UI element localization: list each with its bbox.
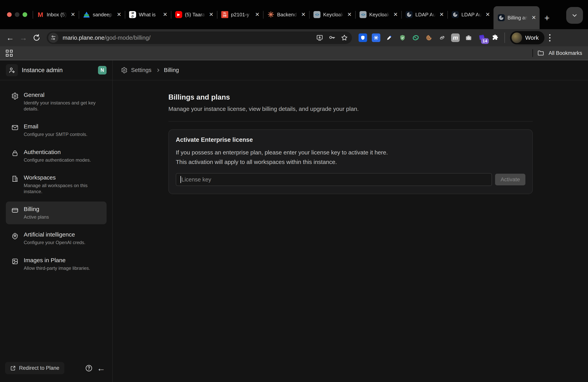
sidebar-item-general[interactable]: General Identify your instances and get … bbox=[6, 87, 106, 116]
sidebar-footer: Redirect to Plane ← bbox=[0, 362, 112, 382]
tab-taara[interactable]: ▶ (5) Taara ✕ bbox=[171, 0, 217, 29]
forward-button[interactable]: → bbox=[18, 32, 29, 43]
sidebar-item-images-in-plane[interactable]: Images in Plane Allow third-party image … bbox=[6, 253, 106, 276]
tab-inbox[interactable]: M Inbox (5) ✕ bbox=[33, 0, 79, 29]
profile-button[interactable]: Work bbox=[510, 31, 545, 44]
keycloak-icon: <> bbox=[314, 11, 320, 18]
close-tab-icon[interactable]: ✕ bbox=[485, 11, 491, 18]
main-content: Settings Billing Billings and plans Mana… bbox=[113, 60, 588, 382]
back-button[interactable]: ← bbox=[4, 32, 16, 43]
vldb-icon: VLDB bbox=[221, 11, 228, 18]
bookmark-star-icon[interactable] bbox=[341, 34, 348, 42]
tab-backend[interactable]: ✳ Backend ✕ bbox=[263, 0, 309, 29]
close-tab-icon[interactable]: ✕ bbox=[162, 11, 168, 18]
ext-cookie-icon[interactable] bbox=[425, 33, 433, 42]
plane-icon bbox=[498, 14, 505, 21]
tab-p2101[interactable]: VLDB p2101-y ✕ bbox=[217, 0, 263, 29]
tab-keycloak-2[interactable]: <> Keycloak ✕ bbox=[355, 0, 401, 29]
site-info-icon[interactable] bbox=[48, 33, 58, 43]
credit-card-icon bbox=[10, 206, 20, 215]
ext-camera-icon[interactable] bbox=[464, 33, 473, 42]
close-tab-icon[interactable]: ✕ bbox=[393, 11, 399, 18]
help-icon[interactable] bbox=[85, 364, 93, 372]
redirect-to-plane-button[interactable]: Redirect to Plane bbox=[5, 362, 64, 374]
tabs: M Inbox (5) ✕ sandeep ✕ MD What is ✕ ▶ (… bbox=[33, 0, 566, 29]
gdrive-icon bbox=[83, 11, 90, 18]
markdown-book-icon: MD bbox=[129, 11, 136, 18]
card-title: Activate Enterprise license bbox=[176, 136, 525, 143]
sidebar-item-billing[interactable]: Billing Active plans bbox=[6, 202, 106, 224]
ext-purple-icon[interactable]: 14 bbox=[478, 33, 486, 42]
close-tab-icon[interactable]: ✕ bbox=[300, 11, 306, 18]
gmail-icon: M bbox=[37, 11, 44, 18]
sidebar-item-artificial-intelligence[interactable]: Artificial intelligence Configure your O… bbox=[6, 227, 106, 250]
ext-shield-green-icon[interactable] bbox=[398, 33, 407, 42]
tab-ldap-2[interactable]: LDAP Au ✕ bbox=[447, 0, 494, 29]
extension-icons: m 14 bbox=[358, 33, 499, 42]
page-subtitle: Manage your instance license, view billi… bbox=[168, 106, 588, 112]
browser-menu-button[interactable] bbox=[546, 34, 554, 42]
close-window-button[interactable] bbox=[7, 12, 12, 17]
tab-strip: M Inbox (5) ✕ sandeep ✕ MD What is ✕ ▶ (… bbox=[0, 0, 588, 29]
address-bar[interactable]: mario.plane.one/god-mode/billing/ bbox=[47, 32, 352, 44]
breadcrumb: Settings Billing bbox=[113, 60, 588, 80]
install-app-icon[interactable] bbox=[316, 34, 323, 41]
new-tab-button[interactable]: + bbox=[540, 11, 554, 25]
avatar bbox=[512, 32, 522, 43]
close-tab-icon[interactable]: ✕ bbox=[116, 11, 122, 18]
tab-billing-active[interactable]: Billing an ✕ bbox=[494, 6, 540, 29]
close-tab-icon[interactable]: ✕ bbox=[208, 11, 214, 18]
license-key-input[interactable]: License key bbox=[176, 173, 492, 186]
close-tab-icon[interactable]: ✕ bbox=[254, 11, 260, 18]
ext-graph-icon[interactable] bbox=[438, 33, 446, 42]
license-key-placeholder: License key bbox=[181, 176, 211, 183]
close-tab-icon[interactable]: ✕ bbox=[70, 11, 76, 18]
collapse-sidebar-icon[interactable]: ← bbox=[97, 363, 105, 373]
keycloak-icon: <> bbox=[359, 11, 367, 18]
sidebar-item-email[interactable]: Email Configure your SMTP controls. bbox=[6, 119, 106, 142]
settings-gear-icon bbox=[121, 67, 127, 74]
sidebar-menu: General Identify your instances and get … bbox=[0, 80, 112, 276]
window-controls bbox=[0, 0, 33, 29]
activate-button[interactable]: Activate bbox=[495, 174, 525, 185]
url-text[interactable]: mario.plane.one/god-mode/billing/ bbox=[63, 34, 315, 41]
tab-what-is[interactable]: MD What is ✕ bbox=[125, 0, 171, 29]
plane-icon bbox=[452, 11, 459, 18]
close-tab-icon[interactable]: ✕ bbox=[439, 11, 445, 18]
extensions-puzzle-icon[interactable] bbox=[491, 33, 499, 42]
lock-icon bbox=[10, 149, 20, 158]
browser-toolbar: ← → mario.plane.one/god-mode/billing/ bbox=[0, 29, 588, 46]
ext-cookie-editor-icon[interactable] bbox=[411, 33, 420, 42]
close-tab-icon[interactable]: ✕ bbox=[531, 14, 537, 21]
sidebar-item-workspaces[interactable]: Workspaces Manage all workspaces on this… bbox=[6, 170, 106, 199]
tab-search-chevron-button[interactable] bbox=[566, 7, 583, 24]
bookmarks-bar: All Bookmarks bbox=[0, 46, 588, 60]
ext-m-icon[interactable]: m bbox=[451, 33, 460, 42]
tab-ldap-1[interactable]: LDAP Au ✕ bbox=[401, 0, 447, 29]
license-row: License key Activate bbox=[176, 173, 525, 186]
page-title: Billings and plans bbox=[168, 93, 588, 101]
maximize-window-button[interactable] bbox=[22, 12, 27, 17]
mail-icon bbox=[10, 123, 20, 132]
close-tab-icon[interactable]: ✕ bbox=[346, 11, 353, 18]
apps-grid-icon[interactable] bbox=[6, 50, 13, 57]
minimize-window-button[interactable] bbox=[15, 12, 20, 17]
tab-sandeep[interactable]: sandeep ✕ bbox=[79, 0, 125, 29]
instance-admin-icon bbox=[6, 64, 18, 76]
reload-button[interactable] bbox=[31, 32, 42, 43]
sidebar-title: Instance admin bbox=[22, 67, 94, 74]
user-avatar-badge[interactable]: N bbox=[98, 66, 106, 74]
plane-admin-app: Instance admin N General Identify your i… bbox=[0, 60, 588, 382]
tab-keycloak-1[interactable]: <> Keycloak ✕ bbox=[309, 0, 355, 29]
password-key-icon[interactable] bbox=[328, 34, 336, 42]
ext-snowflake-icon[interactable] bbox=[372, 33, 380, 42]
all-bookmarks-button[interactable]: All Bookmarks bbox=[548, 50, 582, 56]
ext-shield-blue-icon[interactable] bbox=[358, 33, 367, 42]
plane-icon bbox=[406, 11, 413, 18]
toolbar-separator bbox=[504, 32, 505, 43]
sidebar-item-authentication[interactable]: Authentication Configure authentication … bbox=[6, 145, 106, 167]
breadcrumb-settings[interactable]: Settings bbox=[131, 67, 151, 73]
folder-icon bbox=[537, 50, 544, 57]
ext-eyedropper-icon[interactable] bbox=[385, 33, 394, 42]
extension-count-badge: 14 bbox=[481, 38, 489, 44]
